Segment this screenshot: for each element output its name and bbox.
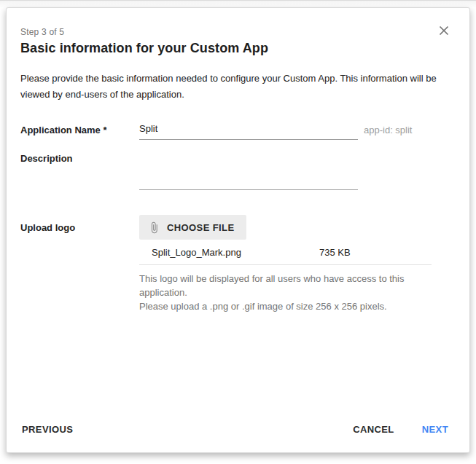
cancel-button[interactable]: CANCEL [351,421,396,438]
application-name-input[interactable] [139,121,358,140]
upload-helper-text: This logo will be displayed for all user… [139,272,432,313]
step-indicator: Step 3 of 5 [20,27,449,37]
choose-file-button[interactable]: CHOOSE FILE [139,215,246,240]
app-id-hint: app-id: split [364,121,412,135]
application-name-row: Application Name * app-id: split [20,121,449,140]
custom-app-dialog: Step 3 of 5 Basic information for your C… [6,7,470,453]
upload-helper-line-1: This logo will be displayed for all user… [139,272,432,299]
previous-button[interactable]: PREVIOUS [20,421,74,438]
file-name: Split_Logo_Mark.png [152,247,319,258]
dialog-title: Basic information for your Custom App [20,41,449,56]
choose-file-label: CHOOSE FILE [167,222,235,233]
application-name-label: Application Name * [20,121,139,135]
close-icon [439,27,449,38]
upload-helper-line-2: Please upload a .png or .gif image of si… [139,299,432,313]
basic-info-form: Application Name * app-id: split Descrip… [20,121,449,313]
description-row: Description [20,149,449,190]
upload-logo-label: Upload logo [20,215,139,233]
close-button[interactable] [437,24,450,37]
upload-logo-row: Upload logo CHOOSE FILE Split_Logo_Mark.… [20,215,449,313]
paperclip-icon [148,221,160,234]
description-label: Description [20,149,139,164]
dialog-description: Please provide the basic information nee… [20,71,449,103]
file-size: 735 KB [319,247,351,258]
dialog-footer: PREVIOUS CANCEL NEXT [20,421,450,438]
uploaded-file-row: Split_Logo_Mark.png 735 KB [139,247,432,265]
description-input[interactable] [139,149,358,190]
next-button[interactable]: NEXT [421,421,450,438]
